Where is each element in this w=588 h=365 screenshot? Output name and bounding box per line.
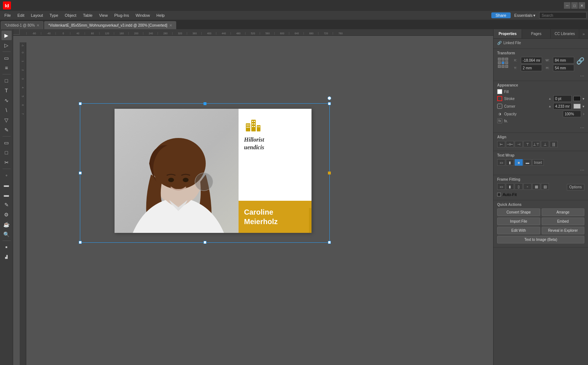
menu-type[interactable]: Type — [47, 12, 61, 18]
line-tool[interactable]: \ — [1, 105, 12, 115]
free-transform-tool[interactable]: ◦ — [1, 170, 12, 180]
selection-tool[interactable]: ▶ — [1, 31, 12, 40]
tab-untitled[interactable]: *Untitled-1 @ 80% ✕ — [1, 21, 43, 29]
content-collector-tool[interactable]: □ — [1, 76, 12, 85]
align-right-button[interactable]: ⊣ — [515, 141, 523, 147]
tw-bounding-button[interactable]: ▮ — [506, 159, 514, 166]
canvas-area[interactable]: -80 -40 0 40 80 120 160 200 240 280 320 … — [13, 29, 493, 365]
menu-help[interactable]: Help — [154, 12, 168, 18]
type-path-tool[interactable]: ∿ — [1, 96, 12, 105]
ff-fit-proportional-button[interactable]: ▮ — [506, 183, 514, 190]
tab-cc-libraries[interactable]: CC Libraries — [551, 29, 579, 38]
convert-shape-button[interactable]: Convert Shape — [497, 208, 540, 216]
tw-none-button[interactable]: ▭ — [497, 159, 505, 166]
gradient-tool[interactable]: ▬ — [1, 180, 12, 190]
handle-bm[interactable] — [204, 241, 206, 244]
stroke-dropdown-icon[interactable]: ▾ — [583, 97, 584, 101]
anchor-tl[interactable] — [498, 58, 501, 61]
handle-ml[interactable] — [79, 172, 82, 174]
menu-plugins[interactable]: Plug-Ins — [111, 12, 132, 18]
ff-options-button[interactable]: Options — [567, 184, 584, 191]
direct-select-tool[interactable]: ▷ — [1, 41, 12, 50]
distribute-button[interactable]: ||| — [550, 141, 558, 147]
tab-visitenkarte[interactable]: *VisitenkartE_85x55mm_Wohnungsverkauf_v3… — [44, 21, 176, 29]
minimize-button[interactable]: ─ — [564, 2, 570, 9]
menu-object[interactable]: Object — [62, 12, 80, 18]
h-field[interactable] — [553, 65, 574, 71]
y-field[interactable] — [521, 65, 542, 71]
ff-center-content-button[interactable]: ▫ — [523, 183, 531, 190]
type-tool[interactable]: T — [1, 86, 12, 95]
anchor-mr[interactable] — [505, 61, 508, 64]
opacity-field[interactable] — [563, 111, 581, 117]
corner-style-swatch[interactable] — [573, 104, 581, 109]
essentials-button[interactable]: Essentials ▾ — [511, 12, 538, 19]
gap-tool[interactable]: ≡ — [1, 63, 12, 73]
anchor-tm[interactable] — [502, 58, 504, 61]
anchor-bm[interactable] — [502, 65, 504, 68]
ff-fill-button[interactable]: ▭ — [497, 183, 505, 190]
anchor-bl[interactable] — [498, 65, 501, 68]
embed-button[interactable]: Embed — [542, 218, 585, 225]
ff-fit-content-button[interactable]: ▧ — [541, 183, 549, 190]
page-tool[interactable]: ▭ — [1, 53, 12, 63]
document-canvas[interactable]: -1 0 1 2 3 4 5 6 7 — [20, 36, 493, 365]
search-input[interactable] — [539, 12, 587, 19]
anchor-br[interactable] — [505, 65, 508, 68]
text-to-image-button[interactable]: Text to Image (Beta) — [497, 236, 584, 243]
x-field[interactable] — [521, 57, 542, 64]
w-field[interactable] — [553, 57, 574, 64]
stroke-value-field[interactable] — [553, 95, 572, 102]
hand-tool[interactable]: ☕ — [1, 220, 12, 229]
corner-value-field[interactable] — [553, 103, 572, 110]
tab-properties[interactable]: Properties — [494, 29, 522, 38]
opacity-expand-icon[interactable]: › — [583, 111, 584, 116]
reveal-in-explorer-button[interactable]: Reveal in Explorer — [542, 227, 585, 234]
handle-tl[interactable] — [79, 102, 82, 105]
fill-stroke-swatch[interactable]: ■ — [1, 242, 12, 252]
ff-fill-proportional-button[interactable]: ▩ — [532, 183, 540, 190]
handle-bl[interactable] — [79, 241, 82, 244]
tab-close-icon[interactable]: ✕ — [169, 23, 172, 27]
menu-layout[interactable]: Layout — [28, 12, 46, 18]
stroke-swatch[interactable] — [497, 96, 502, 101]
scissors-tool[interactable]: ✂ — [1, 158, 12, 167]
edit-with-button[interactable]: Edit With — [497, 227, 540, 234]
panel-expand-button[interactable]: » — [579, 29, 588, 38]
tab-pages[interactable]: Pages — [522, 29, 550, 38]
align-center-h-button[interactable]: ⊣⊢ — [506, 141, 514, 147]
anchor-center[interactable] — [502, 61, 504, 64]
stroke-color-swatch[interactable] — [573, 96, 581, 101]
maximize-button[interactable]: □ — [571, 2, 578, 9]
handle-tr[interactable] — [328, 102, 331, 105]
handle-mr[interactable] — [328, 172, 331, 174]
corner-dropdown-icon[interactable]: ▾ — [583, 104, 584, 108]
preview-mode-btn[interactable]: ▟ — [1, 252, 12, 262]
menu-edit[interactable]: Edit — [15, 12, 27, 18]
align-bottom-button[interactable]: ⊥ — [541, 141, 549, 147]
menu-window[interactable]: Window — [133, 12, 153, 18]
arrange-button[interactable]: Arrange — [542, 208, 585, 216]
tab-close-icon[interactable]: ✕ — [36, 23, 39, 27]
rectangle-tool[interactable]: □ — [1, 148, 12, 157]
handle-tm[interactable] — [204, 102, 206, 105]
share-button[interactable]: Share — [491, 12, 511, 18]
gradient-feather-tool[interactable]: ▬ — [1, 190, 12, 200]
menu-file[interactable]: File — [1, 12, 14, 18]
anchor-ml[interactable] — [498, 61, 501, 64]
pen-tool[interactable]: ▽ — [1, 115, 12, 125]
text-wrap-more-options[interactable]: ··· — [497, 167, 584, 173]
appearance-more-options[interactable]: ··· — [497, 124, 584, 130]
align-top-button[interactable]: ⊤ — [523, 141, 531, 147]
close-button[interactable]: ✕ — [579, 2, 585, 9]
menu-view[interactable]: View — [96, 12, 111, 18]
align-center-v-button[interactable]: ⊥⊤ — [532, 141, 540, 147]
anchor-tr[interactable] — [505, 58, 508, 61]
auto-fit-checkbox[interactable] — [497, 193, 501, 196]
import-file-button[interactable]: Import File — [497, 218, 540, 225]
tw-object-button[interactable]: ■ — [515, 159, 523, 166]
constrain-proportions-icon[interactable]: 🔗 — [576, 57, 584, 65]
handle-br[interactable] — [328, 241, 331, 244]
note-tool[interactable]: ✎ — [1, 200, 12, 210]
align-left-button[interactable]: ⊢ — [497, 141, 505, 147]
